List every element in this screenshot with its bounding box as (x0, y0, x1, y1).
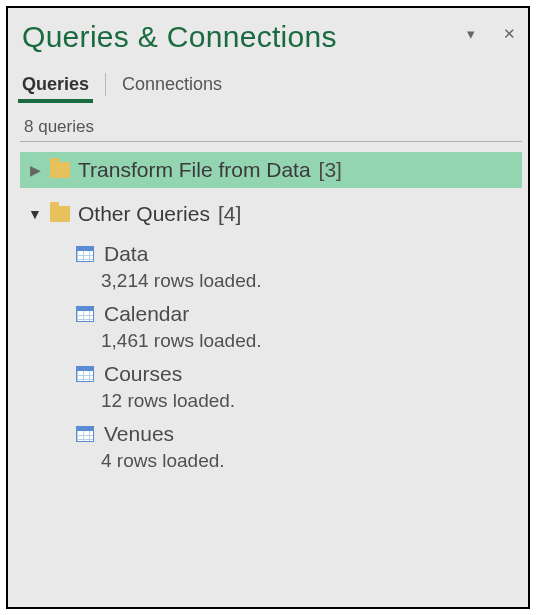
group-count: [4] (218, 202, 241, 226)
close-icon[interactable]: ✕ (503, 26, 516, 41)
pane-menu-icon[interactable]: ▾ (467, 26, 475, 41)
pane-title: Queries & Connections (22, 20, 337, 54)
folder-icon (50, 206, 70, 222)
tab-separator (105, 73, 106, 96)
tabs: Queries Connections (20, 70, 522, 101)
caret-expanded-icon[interactable]: ▼ (28, 206, 42, 222)
table-icon (76, 246, 94, 262)
divider (20, 141, 522, 142)
caret-collapsed-icon[interactable]: ▶ (28, 162, 42, 178)
group-other-queries[interactable]: ▼ Other Queries [4] (20, 196, 522, 232)
query-name: Calendar (104, 302, 189, 326)
query-item-calendar[interactable]: Calendar (20, 302, 522, 326)
query-name: Venues (104, 422, 174, 446)
group-name: Transform File from Data (78, 158, 311, 182)
tab-queries[interactable]: Queries (20, 70, 91, 101)
folder-icon (50, 162, 70, 178)
query-status: 1,461 rows loaded. (92, 330, 522, 352)
tab-label: Queries (22, 74, 89, 94)
table-icon (76, 426, 94, 442)
group-count: [3] (319, 158, 342, 182)
query-status: 12 rows loaded. (92, 390, 522, 412)
query-item-data[interactable]: Data (20, 242, 522, 266)
query-name: Courses (104, 362, 182, 386)
table-icon (76, 306, 94, 322)
tab-label: Connections (122, 74, 222, 94)
pane-controls: ▾ ✕ (467, 16, 522, 41)
queries-connections-pane: Queries & Connections ▾ ✕ Queries Connec… (6, 6, 530, 609)
query-status: 4 rows loaded. (92, 450, 522, 472)
query-item-courses[interactable]: Courses (20, 362, 522, 386)
tab-connections[interactable]: Connections (120, 70, 224, 101)
group-name: Other Queries (78, 202, 210, 226)
group-transform-file-from-data[interactable]: ▶ Transform File from Data [3] (20, 152, 522, 188)
query-name: Data (104, 242, 148, 266)
query-status: 3,214 rows loaded. (92, 270, 522, 292)
query-count: 8 queries (24, 117, 522, 137)
pane-titlebar: Queries & Connections ▾ ✕ (20, 16, 522, 64)
query-item-venues[interactable]: Venues (20, 422, 522, 446)
table-icon (76, 366, 94, 382)
